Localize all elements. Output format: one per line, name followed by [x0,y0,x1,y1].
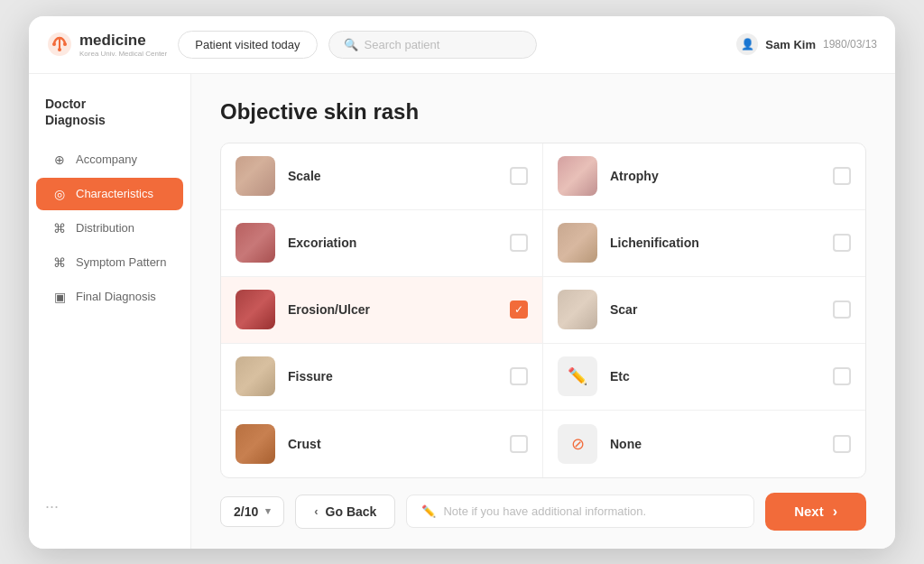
grid-cell-erosion: Erosion/Ulcer ✓ [221,277,543,344]
excoriation-label: Excoriation [288,236,497,250]
fissure-checkbox[interactable] [510,367,528,385]
scale-image [236,156,275,196]
search-box[interactable]: 🔍 Search patient [328,31,537,59]
fissure-image [236,356,275,396]
sidebar-distribution-label: Distribution [76,221,134,235]
user-info: 👤 Sam Kim 1980/03/13 [736,33,877,55]
page-selector[interactable]: 2/10 ▾ [220,496,284,527]
grid-cell-none: ⊘ None [543,411,865,477]
logo-main-label: medicine [79,32,167,50]
logo-icon [47,32,72,57]
go-back-button[interactable]: ‹ Go Back [295,495,395,529]
grid-cell-etc: ✏️ Etc [543,344,865,411]
note-placeholder-text: Note if you have additional information. [443,504,646,518]
page-indicator: 2/10 [234,504,258,519]
crust-label: Crust [288,437,497,451]
sidebar-item-accompany[interactable]: ⊕ Accompany [36,143,183,176]
sidebar-diagnosis-label: Final Diagnosis [76,290,156,303]
atrophy-checkbox[interactable] [833,167,851,185]
etc-checkbox[interactable] [833,367,851,385]
search-placeholder: Search patient [365,38,440,51]
atrophy-image [558,156,597,196]
header: medicine Korea Univ. Medical Center Pati… [29,16,895,74]
excoriation-image [236,223,275,263]
fissure-label: Fissure [288,369,497,384]
page-title: Objective skin rash [220,99,866,125]
chevron-right-icon: › [833,504,837,520]
sidebar-item-distribution[interactable]: ⌘ Distribution [36,212,183,245]
sidebar-item-symptom-pattern[interactable]: ⌘ Symptom Pattern [36,246,183,279]
svg-point-1 [58,48,61,51]
none-checkbox[interactable] [833,435,851,453]
lichenification-label: Lichenification [610,236,820,250]
etc-label: Etc [610,369,820,384]
chevron-down-icon: ▾ [265,505,271,517]
next-label: Next [794,504,824,519]
none-image: ⊘ [558,424,597,464]
note-pencil-icon: ✏️ [421,504,436,518]
final-diagnosis-icon: ▣ [52,290,67,304]
grid-cell-scale: Scale [221,143,543,210]
user-dob: 1980/03/13 [823,38,877,51]
none-circle-icon: ⊘ [571,434,585,454]
next-button[interactable]: Next › [765,493,866,531]
crust-image [236,424,275,464]
sidebar: DoctorDiagnosis ⊕ Accompany ◎ Characteri… [29,74,191,549]
logo: medicine Korea Univ. Medical Center [47,32,167,58]
grid-cell-atrophy: Atrophy [543,143,865,210]
distribution-icon: ⌘ [52,221,67,236]
go-back-label: Go Back [326,504,377,519]
user-name: Sam Kim [765,38,816,51]
accompany-icon: ⊕ [52,153,67,167]
crust-checkbox[interactable] [510,435,528,453]
scale-checkbox[interactable] [510,167,528,185]
erosion-checkbox[interactable]: ✓ [510,300,528,319]
sidebar-accompany-label: Accompany [76,153,137,166]
lichenification-image [558,223,597,263]
footer: 2/10 ▾ ‹ Go Back ✏️ Note if you have add… [220,493,866,531]
symptom-pattern-icon: ⌘ [52,255,67,270]
svg-point-2 [52,42,56,46]
none-label: None [610,437,820,451]
app-window: medicine Korea Univ. Medical Center Pati… [29,16,895,549]
sidebar-characteristics-label: Characteristics [76,187,153,200]
scale-label: Scale [288,169,497,183]
user-avatar-icon: 👤 [736,33,758,55]
excoriation-checkbox[interactable] [510,234,528,252]
etc-image: ✏️ [558,356,597,396]
sidebar-item-characteristics[interactable]: ◎ Characteristics [36,178,183,210]
logo-text: medicine Korea Univ. Medical Center [79,32,167,58]
atrophy-label: Atrophy [610,169,820,183]
characteristics-icon: ◎ [52,187,67,201]
characteristics-grid: Scale Atrophy Excoriation Lichenificatio… [220,143,866,478]
grid-cell-scar: Scar [543,277,865,344]
etc-pencil-icon: ✏️ [568,366,587,386]
logo-sub-label: Korea Univ. Medical Center [79,50,167,58]
grid-cell-crust: Crust [221,411,543,477]
sidebar-symptom-label: Symptom Pattern [76,255,166,269]
scar-image [558,290,597,329]
erosion-label: Erosion/Ulcer [288,302,497,317]
patient-visited-button[interactable]: Patient visited today [178,31,317,59]
chevron-left-icon: ‹ [314,504,318,518]
sidebar-more[interactable]: ... [29,479,190,527]
grid-cell-lichenification: Lichenification [543,210,865,277]
scar-checkbox[interactable] [833,300,851,319]
search-icon: 🔍 [344,38,358,51]
lichenification-checkbox[interactable] [833,234,851,252]
scar-label: Scar [610,302,820,317]
grid-cell-fissure: Fissure [221,344,543,411]
svg-point-3 [63,42,67,46]
sidebar-item-final-diagnosis[interactable]: ▣ Final Diagnosis [36,281,183,313]
body: DoctorDiagnosis ⊕ Accompany ◎ Characteri… [29,74,895,549]
grid-cell-excoriation: Excoriation [221,210,543,277]
erosion-image [236,290,275,329]
main-content: Objective skin rash Scale Atrophy Excori… [191,74,895,549]
note-input[interactable]: ✏️ Note if you have additional informati… [406,495,754,528]
sidebar-title: DoctorDiagnosis [29,96,190,143]
